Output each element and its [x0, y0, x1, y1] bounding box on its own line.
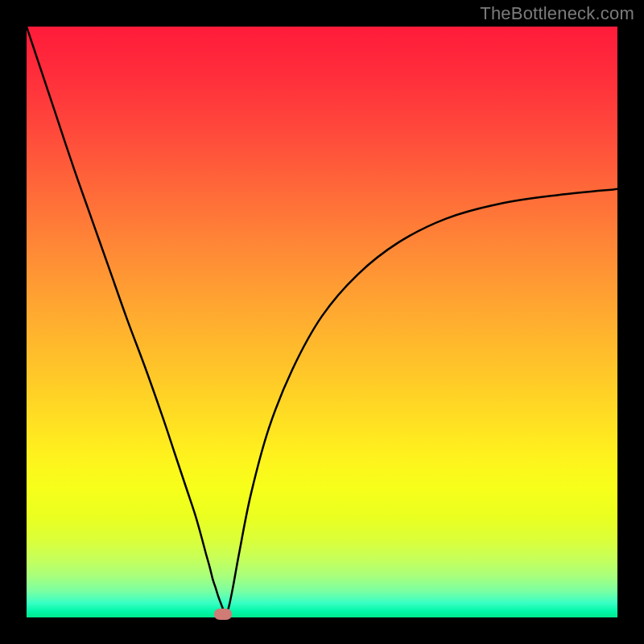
- optimum-marker: [214, 609, 232, 620]
- bottleneck-curve: [27, 27, 617, 617]
- plot-area: [27, 27, 617, 617]
- chart-frame: TheBottleneck.com: [0, 0, 644, 644]
- watermark-text: TheBottleneck.com: [480, 3, 634, 24]
- curve-svg: [27, 27, 617, 617]
